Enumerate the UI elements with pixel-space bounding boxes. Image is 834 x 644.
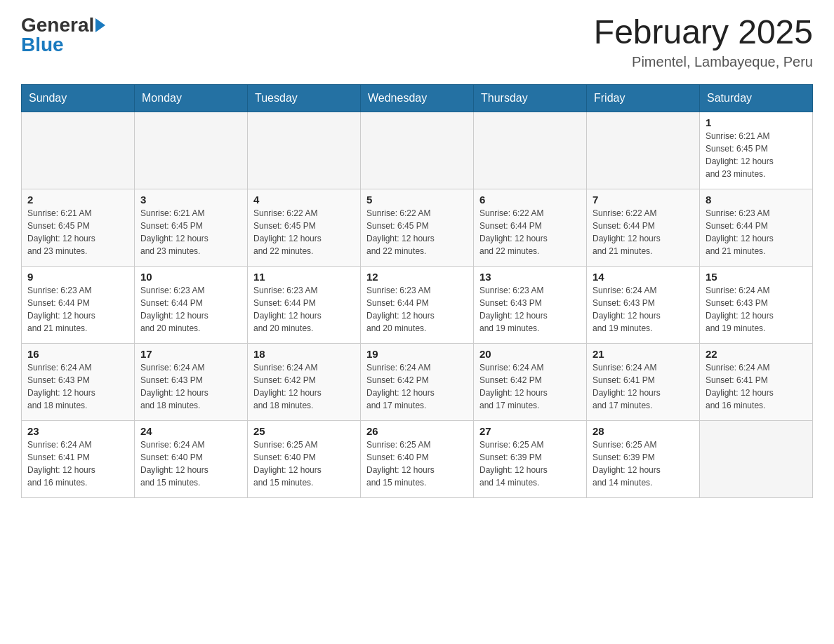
calendar-cell (587, 112, 700, 189)
day-info: Sunrise: 6:22 AM Sunset: 6:45 PM Dayligh… (253, 207, 355, 257)
day-info: Sunrise: 6:22 AM Sunset: 6:44 PM Dayligh… (479, 207, 581, 257)
day-info: Sunrise: 6:23 AM Sunset: 6:44 PM Dayligh… (706, 207, 807, 257)
day-of-week-header: Tuesday (248, 84, 361, 112)
day-info: Sunrise: 6:22 AM Sunset: 6:45 PM Dayligh… (366, 207, 468, 257)
calendar-cell: 10Sunrise: 6:23 AM Sunset: 6:44 PM Dayli… (135, 266, 248, 343)
day-number: 21 (593, 348, 694, 360)
day-info: Sunrise: 6:25 AM Sunset: 6:39 PM Dayligh… (593, 438, 694, 489)
day-info: Sunrise: 6:24 AM Sunset: 6:43 PM Dayligh… (706, 284, 807, 335)
calendar-cell: 9Sunrise: 6:23 AM Sunset: 6:44 PM Daylig… (22, 266, 135, 343)
calendar-header-row: SundayMondayTuesdayWednesdayThursdayFrid… (22, 84, 813, 112)
calendar-cell: 25Sunrise: 6:25 AM Sunset: 6:40 PM Dayli… (248, 420, 361, 497)
calendar-week-row: 23Sunrise: 6:24 AM Sunset: 6:41 PM Dayli… (22, 420, 813, 497)
calendar-cell: 8Sunrise: 6:23 AM Sunset: 6:44 PM Daylig… (700, 189, 813, 266)
day-number: 13 (479, 271, 581, 283)
calendar-week-row: 9Sunrise: 6:23 AM Sunset: 6:44 PM Daylig… (22, 266, 813, 343)
calendar-cell: 20Sunrise: 6:24 AM Sunset: 6:42 PM Dayli… (474, 343, 587, 420)
day-info: Sunrise: 6:24 AM Sunset: 6:40 PM Dayligh… (140, 438, 241, 489)
day-number: 26 (366, 425, 468, 437)
calendar-cell (361, 112, 474, 189)
logo: General Blue (21, 14, 105, 56)
calendar-cell: 6Sunrise: 6:22 AM Sunset: 6:44 PM Daylig… (474, 189, 587, 266)
calendar-cell: 23Sunrise: 6:24 AM Sunset: 6:41 PM Dayli… (22, 420, 135, 497)
day-of-week-header: Monday (135, 84, 248, 112)
day-of-week-header: Friday (587, 84, 700, 112)
day-number: 3 (140, 194, 241, 206)
calendar-cell: 5Sunrise: 6:22 AM Sunset: 6:45 PM Daylig… (361, 189, 474, 266)
day-number: 12 (366, 271, 468, 283)
calendar-cell (474, 112, 587, 189)
day-number: 25 (253, 425, 355, 437)
day-info: Sunrise: 6:25 AM Sunset: 6:40 PM Dayligh… (253, 438, 355, 489)
day-info: Sunrise: 6:24 AM Sunset: 6:42 PM Dayligh… (253, 361, 355, 412)
day-info: Sunrise: 6:23 AM Sunset: 6:44 PM Dayligh… (27, 284, 128, 335)
day-info: Sunrise: 6:24 AM Sunset: 6:41 PM Dayligh… (593, 361, 694, 412)
day-number: 1 (706, 116, 807, 128)
day-number: 24 (140, 425, 241, 437)
page-header: General Blue February 2025 Pimentel, Lam… (21, 14, 813, 70)
day-number: 16 (27, 348, 128, 360)
day-of-week-header: Saturday (700, 84, 813, 112)
day-number: 28 (593, 425, 694, 437)
day-number: 17 (140, 348, 241, 360)
month-title: February 2025 (594, 14, 813, 51)
day-number: 2 (27, 194, 128, 206)
day-info: Sunrise: 6:25 AM Sunset: 6:40 PM Dayligh… (366, 438, 468, 489)
calendar-cell (22, 112, 135, 189)
calendar-cell: 12Sunrise: 6:23 AM Sunset: 6:44 PM Dayli… (361, 266, 474, 343)
calendar-cell (248, 112, 361, 189)
day-info: Sunrise: 6:21 AM Sunset: 6:45 PM Dayligh… (706, 130, 807, 180)
day-info: Sunrise: 6:23 AM Sunset: 6:43 PM Dayligh… (479, 284, 581, 335)
day-number: 23 (27, 425, 128, 437)
day-info: Sunrise: 6:21 AM Sunset: 6:45 PM Dayligh… (27, 207, 128, 257)
calendar-cell: 28Sunrise: 6:25 AM Sunset: 6:39 PM Dayli… (587, 420, 700, 497)
day-number: 14 (593, 271, 694, 283)
calendar-week-row: 16Sunrise: 6:24 AM Sunset: 6:43 PM Dayli… (22, 343, 813, 420)
day-number: 18 (253, 348, 355, 360)
day-number: 10 (140, 271, 241, 283)
day-number: 15 (706, 271, 807, 283)
day-info: Sunrise: 6:23 AM Sunset: 6:44 PM Dayligh… (140, 284, 241, 335)
day-of-week-header: Sunday (22, 84, 135, 112)
day-info: Sunrise: 6:22 AM Sunset: 6:44 PM Dayligh… (593, 207, 694, 257)
day-number: 7 (593, 194, 694, 206)
calendar-week-row: 1Sunrise: 6:21 AM Sunset: 6:45 PM Daylig… (22, 112, 813, 189)
calendar-cell: 21Sunrise: 6:24 AM Sunset: 6:41 PM Dayli… (587, 343, 700, 420)
calendar-cell: 16Sunrise: 6:24 AM Sunset: 6:43 PM Dayli… (22, 343, 135, 420)
day-info: Sunrise: 6:25 AM Sunset: 6:39 PM Dayligh… (479, 438, 581, 489)
day-info: Sunrise: 6:24 AM Sunset: 6:43 PM Dayligh… (593, 284, 694, 335)
calendar-table: SundayMondayTuesdayWednesdayThursdayFrid… (21, 84, 813, 498)
day-number: 8 (706, 194, 807, 206)
calendar-cell: 27Sunrise: 6:25 AM Sunset: 6:39 PM Dayli… (474, 420, 587, 497)
day-number: 19 (366, 348, 468, 360)
title-section: February 2025 Pimentel, Lambayeque, Peru (594, 14, 813, 70)
calendar-cell: 13Sunrise: 6:23 AM Sunset: 6:43 PM Dayli… (474, 266, 587, 343)
day-number: 4 (253, 194, 355, 206)
calendar-cell: 19Sunrise: 6:24 AM Sunset: 6:42 PM Dayli… (361, 343, 474, 420)
calendar-cell: 22Sunrise: 6:24 AM Sunset: 6:41 PM Dayli… (700, 343, 813, 420)
day-number: 5 (366, 194, 468, 206)
day-number: 27 (479, 425, 581, 437)
calendar-cell: 17Sunrise: 6:24 AM Sunset: 6:43 PM Dayli… (135, 343, 248, 420)
location-label: Pimentel, Lambayeque, Peru (594, 54, 813, 70)
day-of-week-header: Wednesday (361, 84, 474, 112)
calendar-cell: 7Sunrise: 6:22 AM Sunset: 6:44 PM Daylig… (587, 189, 700, 266)
calendar-cell: 11Sunrise: 6:23 AM Sunset: 6:44 PM Dayli… (248, 266, 361, 343)
day-number: 9 (27, 271, 128, 283)
day-info: Sunrise: 6:24 AM Sunset: 6:41 PM Dayligh… (27, 438, 128, 489)
day-number: 20 (479, 348, 581, 360)
day-info: Sunrise: 6:23 AM Sunset: 6:44 PM Dayligh… (253, 284, 355, 335)
calendar-cell (700, 420, 813, 497)
day-info: Sunrise: 6:24 AM Sunset: 6:43 PM Dayligh… (140, 361, 241, 412)
calendar-cell: 26Sunrise: 6:25 AM Sunset: 6:40 PM Dayli… (361, 420, 474, 497)
day-number: 22 (706, 348, 807, 360)
calendar-cell: 14Sunrise: 6:24 AM Sunset: 6:43 PM Dayli… (587, 266, 700, 343)
day-number: 6 (479, 194, 581, 206)
calendar-cell: 24Sunrise: 6:24 AM Sunset: 6:40 PM Dayli… (135, 420, 248, 497)
calendar-week-row: 2Sunrise: 6:21 AM Sunset: 6:45 PM Daylig… (22, 189, 813, 266)
logo-blue-text: Blue (21, 34, 64, 56)
day-info: Sunrise: 6:24 AM Sunset: 6:41 PM Dayligh… (706, 361, 807, 412)
day-info: Sunrise: 6:24 AM Sunset: 6:43 PM Dayligh… (27, 361, 128, 412)
calendar-cell: 3Sunrise: 6:21 AM Sunset: 6:45 PM Daylig… (135, 189, 248, 266)
logo-chevron-icon (95, 18, 105, 32)
